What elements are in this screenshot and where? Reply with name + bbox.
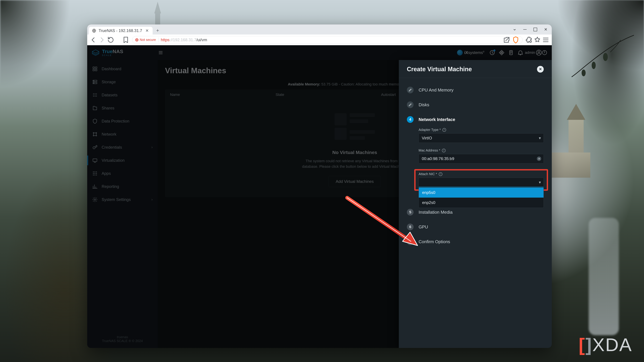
- add-vm-button[interactable]: Add Virtual Machines: [328, 176, 381, 187]
- sidebar-item-virtualization[interactable]: Virtualization: [87, 154, 158, 167]
- branch-decor: [570, 33, 634, 77]
- dropdown-option[interactable]: enp2s0: [419, 198, 544, 208]
- chevron-down-icon: ▾: [539, 180, 541, 185]
- adapter-type-field: Adapter Type? VirtIO ▾: [418, 128, 544, 143]
- tab-close-button[interactable]: ✕: [144, 28, 150, 33]
- truenas-logo[interactable]: TrueNAS SCALE: [92, 49, 157, 56]
- svg-point-1: [592, 62, 596, 69]
- bookmark-button[interactable]: [122, 36, 130, 43]
- logo-subtext: SCALE: [102, 54, 123, 56]
- sidebar-item-storage[interactable]: Storage: [87, 75, 158, 88]
- adapter-type-select[interactable]: VirtIO ▾: [418, 133, 544, 143]
- mac-address-input[interactable]: 00:a0:98:76:35:b9 ✕: [418, 154, 544, 163]
- sidebar-item-label: Reporting: [102, 184, 119, 189]
- sidebar-item-label: Credentials: [102, 145, 122, 150]
- sidebar-toggle-button[interactable]: [157, 49, 164, 56]
- step-label: Disks: [418, 102, 429, 107]
- app-menu-button[interactable]: [542, 36, 550, 43]
- step-label: Network Interface: [418, 117, 455, 122]
- footer-copyright: TrueNAS SCALE ® © 2024: [102, 339, 143, 343]
- panel-title: Create Virtual Machine: [407, 66, 472, 73]
- footer-product-link[interactable]: truenas: [87, 335, 158, 339]
- truecommand-icon[interactable]: [499, 50, 504, 55]
- empty-body: The system could not retrieve any Virtua…: [298, 158, 412, 169]
- clear-button[interactable]: ✕: [537, 157, 541, 161]
- step-disks[interactable]: Disks: [407, 97, 544, 112]
- foliage-top-left: [0, 0, 70, 87]
- input-value: 00:a0:98:76:35:b9: [422, 156, 454, 161]
- mac-address-field: Mac Address? 00:a0:98:76:35:b9 ✕: [418, 148, 544, 163]
- browser-tab[interactable]: TrueNAS - 192.168.31.7 ✕: [89, 27, 152, 34]
- tabs-dropdown-button[interactable]: [510, 25, 520, 33]
- panel-close-button[interactable]: ✕: [537, 66, 544, 72]
- chevron-right-icon: ›: [152, 197, 152, 202]
- sidebar-item-dashboard[interactable]: Dashboard: [87, 62, 158, 75]
- castle-decor: [554, 97, 597, 178]
- column-header[interactable]: State: [276, 92, 381, 97]
- svg-rect-9: [93, 67, 94, 68]
- jobs-icon[interactable]: [508, 50, 514, 55]
- ixsystems-link[interactable]: iXsystems®: [457, 50, 484, 55]
- window-minimize-button[interactable]: [520, 25, 530, 33]
- column-header[interactable]: Name: [170, 92, 276, 97]
- sidebar-item-label: Datasets: [102, 93, 118, 97]
- field-label: Adapter Type: [418, 128, 441, 132]
- sidebar-footer: truenasTrueNAS SCALE ® © 2024: [87, 334, 158, 343]
- sidebar-item-shares[interactable]: Shares: [87, 102, 158, 115]
- nav-back-button[interactable]: [90, 36, 97, 43]
- step-number-badge: 6: [407, 224, 414, 230]
- nav-forward-button[interactable]: [98, 36, 106, 43]
- step-label: Confirm Options: [418, 239, 450, 244]
- waterfall-decor: [589, 218, 619, 335]
- chevron-right-icon: ›: [152, 145, 152, 149]
- window-maximize-button[interactable]: [530, 25, 540, 33]
- sidebar-icon: [92, 145, 98, 150]
- step-label: GPU: [418, 224, 428, 230]
- sidebar-item-datasets[interactable]: Datasets: [87, 88, 158, 102]
- alerts-icon[interactable]: [518, 50, 523, 55]
- sidebar-item-network[interactable]: Network: [87, 128, 158, 141]
- sidebar-item-data-protection[interactable]: Data Protection: [87, 115, 158, 128]
- svg-point-27: [95, 173, 95, 174]
- rewards-button[interactable]: [534, 36, 541, 43]
- step-number-badge: 5: [407, 209, 414, 216]
- svg-point-7: [538, 51, 540, 53]
- favicon-icon: [92, 28, 96, 33]
- sidebar-icon: [92, 132, 98, 137]
- extensions-button[interactable]: [525, 36, 533, 43]
- url-input[interactable]: Not secure https://192.168.31.7/ui/vm: [132, 36, 522, 44]
- truenas-app: TrueNAS SCALE iXsystems® admin Dashboard…: [87, 45, 552, 348]
- step-confirm-options[interactable]: 7 Confirm Options: [407, 234, 544, 249]
- sidebar-item-reporting[interactable]: Reporting: [87, 180, 158, 193]
- brave-shield-icon[interactable]: [512, 36, 520, 43]
- dropdown-option[interactable]: enp5s0: [419, 188, 544, 198]
- svg-rect-10: [96, 67, 97, 68]
- new-tab-button[interactable]: +: [154, 27, 161, 34]
- url-text: https://192.168.31.7/ui/vm: [161, 37, 207, 42]
- share-button[interactable]: [503, 36, 510, 43]
- help-icon[interactable]: ?: [439, 172, 442, 176]
- chevron-down-icon: ▾: [539, 136, 541, 140]
- power-button[interactable]: [542, 50, 548, 55]
- pencil-icon: [407, 101, 414, 108]
- not-secure-indicator: Not secure: [135, 38, 156, 42]
- sidebar-item-system-settings[interactable]: System Settings›: [87, 193, 158, 206]
- nav-reload-button[interactable]: [107, 36, 114, 43]
- svg-point-32: [94, 199, 96, 200]
- status-icon[interactable]: [489, 50, 495, 55]
- sidebar-item-label: Virtualization: [102, 158, 124, 163]
- help-icon[interactable]: ?: [442, 128, 446, 132]
- account-button[interactable]: [536, 50, 542, 55]
- step-number-badge: 4: [407, 116, 414, 123]
- sidebar-icon: [92, 79, 98, 85]
- attach-nic-select[interactable]: ▾: [418, 178, 544, 187]
- window-close-button[interactable]: [541, 25, 551, 33]
- step-cpu-memory[interactable]: CPU And Memory: [407, 83, 544, 97]
- svg-rect-12: [96, 69, 97, 71]
- step-gpu[interactable]: 6 GPU: [407, 220, 544, 234]
- step-network-interface: 4 Network Interface: [407, 112, 544, 127]
- browser-window: TrueNAS - 192.168.31.7 ✕ + Not secure ht…: [87, 24, 552, 348]
- sidebar-item-apps[interactable]: Apps: [87, 167, 158, 180]
- help-icon[interactable]: ?: [442, 149, 446, 152]
- sidebar-item-credentials[interactable]: Credentials›: [87, 141, 158, 154]
